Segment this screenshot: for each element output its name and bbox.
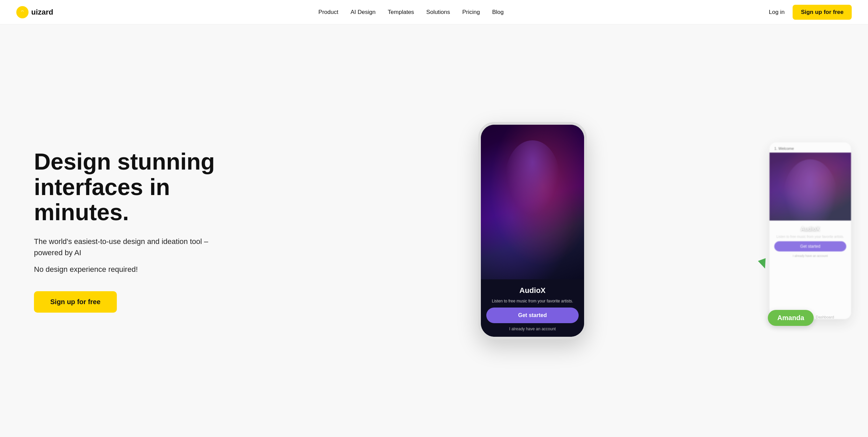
ps-already-account: I already have an account [793, 254, 828, 258]
phone-screen: AudioX Listen to free music from your fa… [481, 125, 584, 337]
nav-pricing[interactable]: Pricing [462, 9, 480, 16]
ps-content: AudioX Listen to free music from your fa… [770, 221, 851, 263]
nav-ai-design[interactable]: AI Design [350, 9, 376, 16]
logo[interactable]: uizard [16, 6, 53, 18]
nav-product[interactable]: Product [319, 9, 339, 16]
phone-image-area [481, 125, 584, 279]
hero-right: AudioX Listen to free music from your fa… [224, 122, 841, 339]
hero-section: Design stunning interfaces in minutes. T… [0, 24, 868, 437]
ps-app-desc: Listen to free music from your favorite … [776, 235, 844, 239]
logo-text: uizard [31, 8, 53, 17]
phone-already-account[interactable]: I already have an account [509, 327, 556, 331]
silhouette [505, 140, 560, 215]
signup-button-hero[interactable]: Sign up for free [34, 291, 117, 313]
phone-app-name: AudioX [520, 286, 546, 295]
phone-app-desc: Listen to free music from your favorite … [492, 298, 573, 304]
phone-get-started-button[interactable]: Get started [486, 308, 579, 323]
logo-icon [16, 6, 29, 18]
nav-links: Product AI Design Templates Solutions Pr… [319, 9, 504, 16]
svg-point-1 [21, 11, 23, 13]
nav-templates[interactable]: Templates [388, 9, 414, 16]
hero-title: Design stunning interfaces in minutes. [34, 149, 224, 225]
navbar: uizard Product AI Design Templates Solut… [0, 0, 868, 24]
phone-secondary: 1. Welcome AudioX Listen to free music f… [770, 142, 851, 319]
nav-blog[interactable]: Blog [492, 9, 504, 16]
hero-no-exp: No design experience required! [34, 264, 224, 275]
hero-left: Design stunning interfaces in minutes. T… [34, 149, 224, 313]
cursor-shape [758, 258, 769, 270]
ps-image [770, 153, 851, 221]
cursor [759, 259, 770, 272]
nav-solutions[interactable]: Solutions [426, 9, 450, 16]
nav-right: Log in Sign up for free [769, 5, 852, 20]
hero-subtitle: The world's easiest-to-use design and id… [34, 236, 224, 258]
ps-welcome-label: 1. Welcome [770, 142, 851, 153]
ps-get-started-button[interactable]: Get started [774, 241, 846, 251]
amanda-badge: Amanda [768, 310, 814, 326]
signup-button-nav[interactable]: Sign up for free [793, 5, 852, 20]
ps-app-name: AudioX [801, 226, 820, 232]
phone-content: AudioX Listen to free music from your fa… [481, 279, 584, 337]
login-button[interactable]: Log in [769, 9, 784, 16]
phone-main: AudioX Listen to free music from your fa… [478, 122, 587, 339]
ps-silhouette [783, 159, 837, 221]
